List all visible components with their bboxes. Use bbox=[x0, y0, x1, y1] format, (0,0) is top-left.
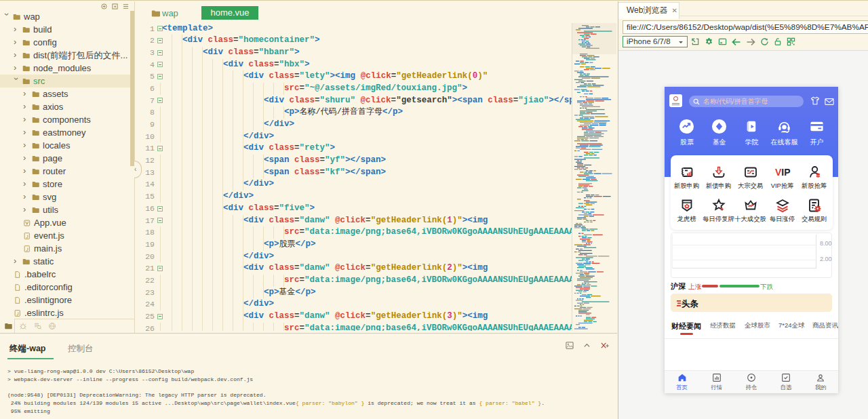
svg-text:VIP: VIP bbox=[775, 167, 791, 178]
